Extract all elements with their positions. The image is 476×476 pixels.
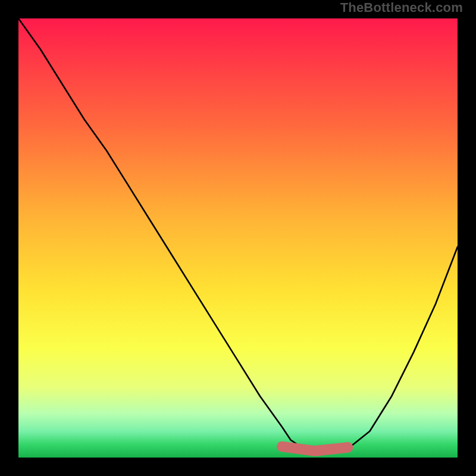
curve-overlay <box>18 18 458 458</box>
tolerance-band <box>282 447 348 451</box>
outer-frame <box>10 10 466 466</box>
attribution-text: TheBottleneck.com <box>340 0 463 15</box>
bottleneck-curve <box>18 18 458 453</box>
gradient-plot-area <box>18 18 458 458</box>
tolerance-endpoint-dot <box>343 442 352 451</box>
